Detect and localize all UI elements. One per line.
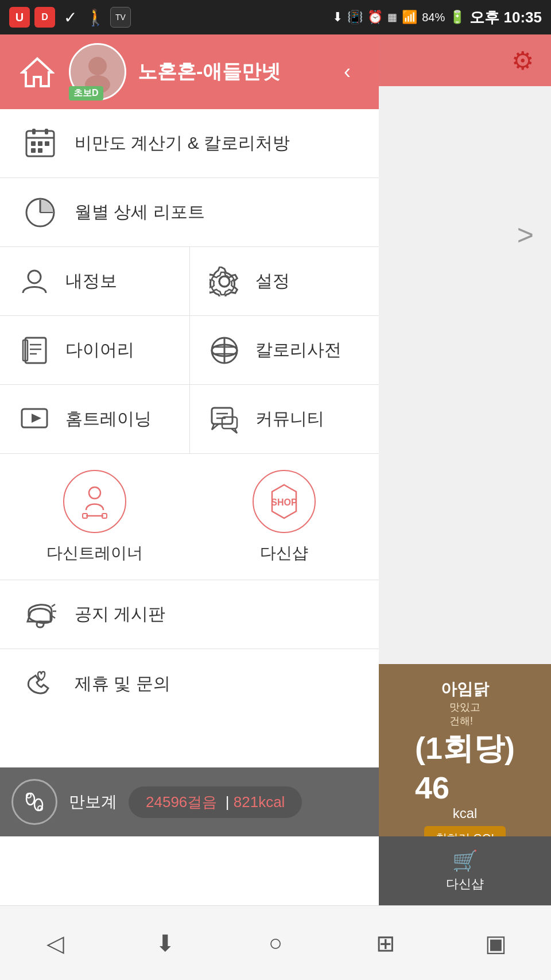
menu-item-diary[interactable]: 다이어리 [0,316,190,384]
menu-row-diary-calorie: 다이어리 칼로리사전 [0,316,379,385]
svg-line-42 [52,604,55,607]
pedometer-icon [11,779,57,825]
svg-rect-6 [45,129,48,134]
calorie-icon [207,333,242,368]
right-cart-area[interactable]: 🛒 다신샵 [379,836,551,905]
signal-icon: 📶 [402,10,417,25]
community-label: 커뮤니티 [255,407,324,431]
svg-point-2 [88,57,107,75]
svg-rect-11 [31,148,36,153]
training-icon [17,402,52,437]
drawer-header: 초보D 노혼혼-애들만넷 ‹ [0,34,379,109]
monthly-label: 월별 상세 리포트 [75,200,205,224]
user-avatar[interactable]: 초보D [69,43,126,101]
svg-text:SHOP: SHOP [271,497,297,507]
svg-rect-8 [31,141,36,146]
battery-label: 84% [422,11,445,24]
status-bar-right: ⬇ 📳 ⏰ ▦ 📶 84% 🔋 오후 10:35 [332,7,542,28]
advertisement-banner: 아임닭 맛있고건해! (1회당)46 kcal 청하러 GO! [379,664,551,865]
cart-label: 다신샵 [446,875,484,893]
ad-subtitle: 맛있고건해! [449,700,480,728]
menu-row-circle: 다신트레이너 SHOP 다신샵 [0,454,379,580]
nav-apps-button[interactable]: ▣ [467,915,525,972]
vibrate-icon: 📳 [347,10,363,25]
trainer-circle-icon [63,470,126,533]
partnership-icon [23,666,57,701]
menu-item-obesity[interactable]: 비만도 계산기 & 칼로리처방 [0,109,379,178]
partnership-label: 제휴 및 문의 [75,672,170,696]
diary-label: 다이어리 [65,338,134,362]
svg-marker-30 [32,414,41,423]
menu-row-info-settings: 내정보 설정 [0,247,379,316]
nav-menu-button[interactable]: ⊞ [357,915,414,972]
myinfo-label: 내정보 [65,269,117,293]
monthly-icon [23,195,57,230]
training-label: 홈트레이닝 [65,407,152,431]
svg-rect-5 [32,129,36,134]
diary-icon [17,333,52,368]
menu-row-training-community: 홈트레이닝 커뮤니티 [0,385,379,454]
notice-icon [23,597,57,632]
settings-label: 설정 [255,269,290,293]
svg-rect-10 [45,141,49,146]
svg-rect-9 [38,141,42,146]
calorie-label: 칼로리사전 [255,338,342,362]
settings-gear-icon [207,264,242,299]
menu-item-training[interactable]: 홈트레이닝 [0,385,190,453]
nav-home-button[interactable]: ○ [247,915,304,972]
alarm-icon: ⏰ [367,10,383,25]
menu-item-myinfo[interactable]: 내정보 [0,247,190,315]
battery-icon: 🔋 [449,10,465,25]
status-bar: U D ✓ 🚶 TV ⬇ 📳 ⏰ ▦ 📶 84% 🔋 오후 10:35 [0,0,551,34]
svg-rect-19 [25,338,46,363]
menu-item-community[interactable]: 커뮤니티 [190,385,379,453]
bluetooth-icon: ⬇ [332,10,343,25]
status-time: 오후 10:35 [469,7,542,28]
back-button[interactable]: ‹ [333,57,362,86]
svg-marker-0 [22,59,52,86]
dashin-icon: D [34,7,55,28]
shop-label: 다신샵 [260,542,308,564]
bottom-navigation: ◁ ⬇ ○ ⊞ ▣ [0,905,551,980]
svg-point-16 [28,271,41,283]
pedometer-label: 만보계 [69,791,117,813]
walk-icon: 🚶 [85,7,106,28]
community-icon [207,402,242,437]
side-drawer: 초보D 노혼혼-애들만넷 ‹ 비만도 계산기 & 칼로리처방 [0,34,379,911]
svg-rect-12 [38,148,42,153]
notice-label: 공지 게시판 [75,603,165,626]
level-badge: 초보D [69,86,103,101]
shop-circle-icon: SHOP [253,470,316,533]
settings-icon[interactable]: ⚙ [511,34,534,86]
menu-item-calorie[interactable]: 칼로리사전 [190,316,379,384]
obesity-icon [23,126,57,161]
u-icon: U [9,7,30,28]
menu-item-partnership[interactable]: 제휴 및 문의 [0,649,379,718]
pedometer-kcal: 821kcal [234,793,285,811]
messenger-icon: ✓ [60,7,80,28]
menu-item-notice[interactable]: 공지 게시판 [0,580,379,649]
menu-item-shop[interactable]: SHOP 다신샵 [189,454,379,580]
ad-kcal-number: (1회당)46 [415,728,515,805]
status-bar-left: U D ✓ 🚶 TV [9,7,131,28]
pedometer-bar[interactable]: 만보계 24596걸음 | 821kcal [0,767,379,836]
myinfo-icon [17,264,52,299]
menu-item-settings[interactable]: 설정 [190,247,379,315]
svg-point-18 [219,276,230,287]
trainer-label: 다신트레이너 [46,542,143,564]
sim-icon: ▦ [387,11,397,24]
svg-point-35 [89,487,100,499]
menu-item-trainer[interactable]: 다신트레이너 [0,454,189,580]
nav-back-button[interactable]: ◁ [26,915,84,972]
ad-brand: 아임닭 [441,678,489,700]
ad-kcal-unit: kcal [453,805,478,821]
obesity-label: 비만도 계산기 & 칼로리처방 [75,132,290,155]
chevron-right-icon[interactable]: > [517,218,534,252]
home-button[interactable] [17,52,57,92]
tv-icon: TV [110,7,131,28]
nav-down-button[interactable]: ⬇ [137,915,194,972]
menu-item-monthly[interactable]: 월별 상세 리포트 [0,178,379,247]
pedometer-data: 24596걸음 | 821kcal [129,786,302,818]
pedometer-steps: 24596걸음 [146,793,217,811]
username-label: 노혼혼-애들만넷 [138,59,321,85]
